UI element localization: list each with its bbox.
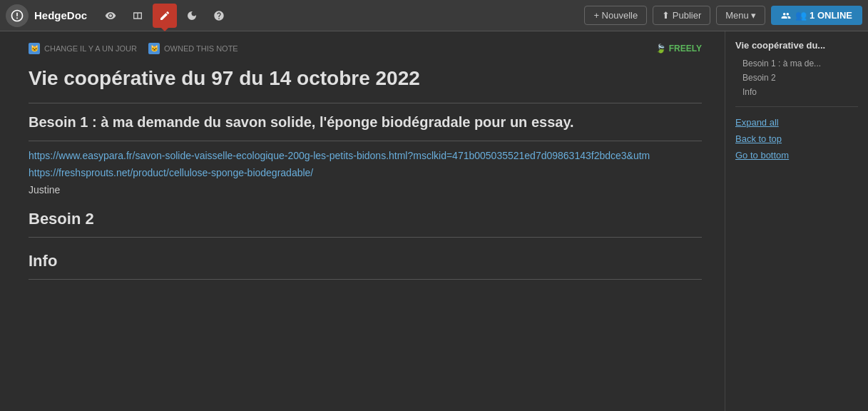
- online-button[interactable]: 👥 1 ONLINE: [771, 6, 862, 25]
- menu-button[interactable]: Menu ▾: [716, 6, 765, 25]
- night-button[interactable]: [180, 4, 204, 28]
- toc-item-3[interactable]: Info: [735, 85, 858, 99]
- section2-block: Besoin 2: [29, 210, 702, 238]
- section3-block: Info: [29, 252, 702, 280]
- changed-avatar: 🐱: [29, 43, 40, 54]
- section2-title: Besoin 2: [29, 210, 702, 228]
- logo-icon: [6, 4, 29, 27]
- expand-all-link[interactable]: Expand all: [735, 114, 858, 131]
- link1[interactable]: https://www.easypara.fr/savon-solide-vai…: [29, 150, 702, 161]
- page-title: Vie coopérative du 97 du 14 octobre 2022: [29, 66, 702, 91]
- toc-item-2[interactable]: Besoin 2: [735, 71, 858, 85]
- section3-divider: [29, 279, 702, 280]
- toc-divider: [735, 106, 858, 107]
- app-name: HedgeDoc: [34, 9, 87, 21]
- section1-block: Besoin 1 : à ma demande du savon solide,…: [29, 112, 702, 196]
- content-area: 🐱 CHANGE IL Y A UN JOUR 🐱 OWNED THIS NOT…: [0, 31, 725, 411]
- logo-area: HedgeDoc: [6, 4, 87, 27]
- nav-icons: [98, 4, 231, 28]
- section2-divider: [29, 237, 702, 238]
- publier-button[interactable]: ⬆ Publier: [653, 6, 710, 25]
- section1-divider: [29, 141, 702, 141]
- title-divider: [29, 103, 702, 103]
- owned-label: OWNED THIS NOTE: [164, 44, 238, 53]
- section1-title: Besoin 1 : à ma demande du savon solide,…: [29, 112, 702, 132]
- section3-title: Info: [29, 252, 702, 270]
- freely-label: 🍃 FREELY: [655, 44, 702, 54]
- freely-badge: 🍃 FREELY: [655, 43, 702, 54]
- go-to-bottom-link[interactable]: Go to bottom: [735, 147, 858, 163]
- owned-avatar: 🐱: [148, 43, 160, 54]
- meta-bar: 🐱 CHANGE IL Y A UN JOUR 🐱 OWNED THIS NOT…: [29, 43, 702, 54]
- link2[interactable]: https://freshsprouts.net/product/cellulo…: [29, 167, 702, 178]
- owned-meta: 🐱 OWNED THIS NOTE: [148, 43, 238, 54]
- topnav: HedgeDoc + Nouvelle ⬆ Publier Menu ▾: [0, 0, 868, 31]
- nouvelle-button[interactable]: + Nouvelle: [584, 6, 647, 25]
- back-to-top-link[interactable]: Back to top: [735, 131, 858, 147]
- toc-item-1[interactable]: Besoin 1 : à ma de...: [735, 56, 858, 71]
- changed-label: CHANGE IL Y A UN JOUR: [44, 44, 137, 53]
- toc-sidebar: Vie coopérative du... Besoin 1 : à ma de…: [725, 31, 868, 411]
- main-area: 🐱 CHANGE IL Y A UN JOUR 🐱 OWNED THIS NOT…: [0, 31, 868, 411]
- toc-title: Vie coopérative du...: [735, 40, 858, 51]
- help-button[interactable]: [207, 4, 231, 28]
- edit-button[interactable]: [153, 4, 177, 28]
- view-button[interactable]: [98, 4, 123, 28]
- nav-right: + Nouvelle ⬆ Publier Menu ▾ 👥 1 ONLINE: [584, 6, 862, 25]
- split-button[interactable]: [126, 4, 150, 28]
- changed-meta: 🐱 CHANGE IL Y A UN JOUR: [29, 43, 137, 54]
- author-text: Justine: [29, 184, 702, 196]
